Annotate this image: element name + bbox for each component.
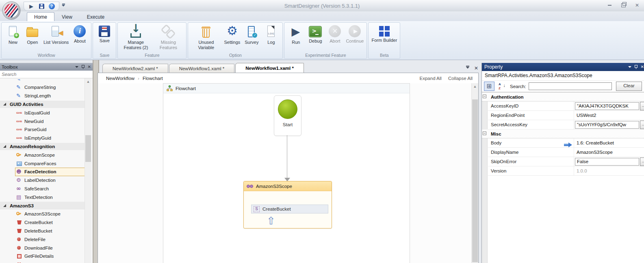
continue-button[interactable]: Continue (345, 24, 365, 45)
collapse-all-link[interactable]: Collapse All (448, 76, 473, 81)
value-input[interactable]: "AKIAJ47KX3TGQDKSK (575, 102, 639, 110)
restore-button[interactable] (619, 2, 628, 9)
survey-button[interactable]: Survey (242, 24, 261, 46)
ribbon-tab-view[interactable]: View (54, 12, 80, 21)
ellipsis-button[interactable]: ... (640, 102, 644, 110)
document-tab-1[interactable]: NewWorkflow2.xaml * (102, 64, 168, 73)
debug-button[interactable]: Debug (306, 24, 325, 45)
quick-save-button[interactable] (38, 3, 45, 10)
toolbox-group-amazons3[interactable]: AmazonS3 (0, 202, 85, 209)
toolbox-item-stringlength[interactable]: StringLength (15, 92, 85, 100)
list-versions-button[interactable]: List Versions (42, 24, 70, 46)
toolbox-item-comparestring[interactable]: CompareString (15, 83, 85, 92)
new-button[interactable]: New (3, 24, 23, 46)
toolbox-item-downloadfile[interactable]: DownloadFile (15, 244, 85, 252)
create-bucket-activity[interactable]: S CreateBucket (251, 205, 328, 213)
expander-icon (3, 204, 7, 207)
toolbox-item-textdetection[interactable]: TextDetection (15, 193, 85, 201)
toolbox-item-deletebucket[interactable]: DeleteBucket (15, 227, 85, 235)
ribbon-tab-execute[interactable]: Execute (80, 12, 112, 21)
pin-icon[interactable] (635, 65, 637, 69)
toolbox-item-deletefile[interactable]: DeleteFile (15, 235, 85, 244)
minimize-button[interactable] (605, 2, 614, 9)
close-button[interactable]: ✕ (633, 2, 642, 9)
toolbox-item-safesearch[interactable]: SafeSearch (15, 185, 85, 193)
continue-icon (349, 25, 361, 37)
flowchart-canvas[interactable]: Flowchart Start AmazonS3Scope (98, 83, 478, 263)
toolbox-item-labeldetection[interactable]: LabelDetection (15, 176, 85, 185)
scroll-up-icon[interactable]: ▲ (472, 83, 478, 90)
form-builder-button[interactable]: Form Builder (370, 24, 398, 44)
sort-alphabetical-button[interactable]: ↓ (497, 82, 506, 91)
toolbox-item-comparefaces[interactable]: CompareFaces (15, 159, 85, 168)
property-search-input[interactable] (529, 82, 612, 90)
close-panel-icon[interactable]: ✕ (88, 65, 91, 69)
document-tab-2[interactable]: NewWorkflow1.xaml * (169, 64, 235, 73)
settings-gear-icon (225, 25, 239, 39)
toolbox-item-parseguid[interactable]: ParseGuid (15, 125, 85, 134)
scroll-up-icon[interactable]: ▲ (85, 78, 91, 85)
unused-variable-button[interactable]: Unused Variable (190, 24, 222, 51)
ribbon-tab-home[interactable]: Home (27, 12, 54, 21)
property-row-displayname: DisplayNameAmazonS3Scope (482, 148, 644, 157)
create-bucket-label: CreateBucket (262, 207, 291, 211)
toolbox-item-amazonscope[interactable]: AmazonScope (15, 151, 85, 159)
scroll-thumb[interactable] (472, 99, 478, 262)
panel-menu-icon[interactable] (628, 66, 631, 68)
breadcrumb-root[interactable]: NewWorkflow (106, 76, 134, 81)
pin-tabs-icon[interactable] (466, 66, 469, 71)
app-logo[interactable] (2, 1, 21, 20)
run-button[interactable]: Run (286, 24, 306, 46)
scroll-thumb[interactable] (85, 135, 91, 162)
close-panel-icon[interactable]: ✕ (641, 65, 644, 69)
about-button[interactable]: About (70, 24, 89, 45)
canvas-scrollbar[interactable]: ▲ (471, 83, 478, 263)
expand-all-link[interactable]: Expand All (420, 76, 442, 81)
quick-help-button[interactable]: ? (48, 3, 55, 10)
toolbox-scrollbar[interactable]: ▲ (85, 78, 91, 263)
toolbox-item-clipped[interactable] (15, 79, 85, 83)
categorize-button[interactable]: ⊞ (484, 82, 494, 91)
toolbox-item-facedetection[interactable]: FaceDetection (15, 168, 85, 176)
scope-header[interactable]: AmazonS3Scope (244, 181, 332, 191)
start-node[interactable]: Start (274, 95, 301, 136)
toolbox-group-guid-activities[interactable]: GUID Activities (0, 101, 85, 108)
open-button[interactable]: Open (23, 24, 42, 46)
pin-icon[interactable] (82, 65, 85, 69)
ellipsis-button[interactable]: ... (640, 121, 644, 129)
log-button[interactable]: Log (261, 24, 281, 46)
toolbox-item-getfiledetails[interactable]: GetFileDetails (15, 252, 85, 261)
close-document-icon[interactable]: ✕ (474, 66, 478, 71)
missing-features-button[interactable]: Missing Features (152, 24, 184, 51)
property-row-skiponerror: SkipOnErrorFalse... (482, 157, 644, 166)
title-bar: SmartDesigner (Version 5.3.1.1) (0, 0, 644, 12)
value-input[interactable]: "sUoYIYF0gS/Cn9xfQw (575, 121, 639, 129)
quick-run-button[interactable]: ▶ (28, 3, 35, 10)
toolbox-search-input[interactable] (0, 72, 93, 77)
document-tab-3[interactable]: NewWorkflow1.xaml * (235, 63, 304, 73)
amazon-s3-scope-activity[interactable]: AmazonS3Scope S CreateBucket ⇧ (243, 181, 332, 229)
toolbox-group-amazonrekognition[interactable]: AmazonRekognition (0, 143, 85, 151)
toolbox-item-label: IsEmptyGuid (24, 136, 51, 140)
toolbox-item-newguid[interactable]: NewGuid (15, 117, 85, 125)
panel-menu-icon[interactable] (75, 66, 78, 68)
save-button[interactable]: Save (95, 24, 114, 44)
ellipsis-button[interactable]: ... (640, 157, 644, 166)
clear-search-button[interactable]: Clear (616, 82, 642, 91)
settings-button[interactable]: Settings (222, 24, 242, 46)
collapse-section-icon[interactable]: − (483, 132, 486, 135)
toolbox-item-amazons3scope[interactable]: AmazonS3Scope (15, 210, 85, 218)
value-input[interactable]: False (575, 158, 639, 166)
abort-button[interactable]: Abort (325, 24, 345, 45)
debug-icon (309, 26, 322, 37)
customize-quick-access-button[interactable] (62, 4, 65, 6)
toolbox-item-isequalguid[interactable]: IsEqualGuid (15, 108, 85, 117)
manage-features-2-button[interactable]: Manage Features (2) (119, 24, 152, 51)
toolbox-item-listallfiles[interactable]: ListAllFiles (15, 261, 85, 263)
flowchart-container[interactable]: Flowchart Start AmazonS3Scope (163, 83, 410, 263)
toolbox-item-isemptyguid[interactable]: IsEmptyGuid (15, 134, 85, 142)
toolbox-item-label: DeleteBucket (24, 229, 52, 233)
toolbox-item-createbucket[interactable]: CreateBucket (15, 218, 85, 227)
collapse-section-icon[interactable]: − (483, 95, 486, 98)
breadcrumb-current[interactable]: Flowchart (143, 76, 163, 81)
